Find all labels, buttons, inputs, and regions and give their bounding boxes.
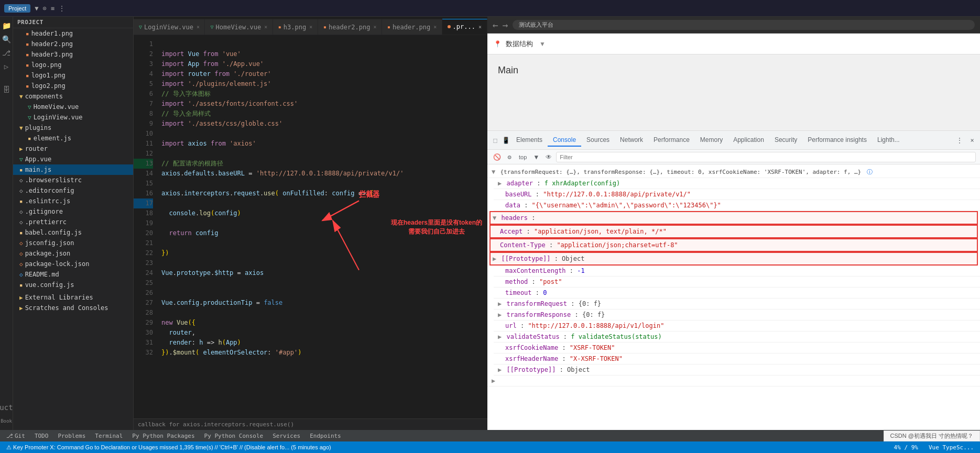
file-loginview-vue[interactable]: ▽ LoginView.vue [13,112,133,123]
tool-git[interactable]: ⎇ Git [4,433,27,439]
file-prettierrc[interactable]: ◇ .prettierrc [13,217,133,227]
file-header3-png[interactable]: ▪ header3.png [13,49,133,60]
tab-memory[interactable]: Memory [695,134,728,147]
console-item-data[interactable]: data : "{\"username\":\"admin\",\"passwo… [494,200,980,211]
expand-icon[interactable]: ▼ [492,168,495,175]
folder-external-libraries[interactable]: ▶ External Libraries [13,292,133,303]
tool-python-console[interactable]: Py Python Console [202,433,266,439]
tab-active[interactable]: .pr... × [442,19,487,35]
expand-icon[interactable]: ▶ [498,311,502,318]
tool-services[interactable]: Services [270,433,302,439]
devtools-more-btn[interactable]: ⋮ [954,135,965,146]
file-gitignore[interactable]: ◇ .gitignore [13,206,133,217]
expand-icon[interactable]: ▶ [498,333,502,340]
tab-header-png[interactable]: ▪ header.png × [382,19,442,35]
file-header2-png[interactable]: ▪ header2.png [13,39,133,49]
close-tab-h3[interactable]: × [309,24,312,30]
tool-terminal[interactable]: Terminal [93,433,125,439]
activity-db[interactable]: 🗄 [1,84,12,95]
file-logo2-png[interactable]: ▪ logo2.png [13,81,133,91]
expand-icon[interactable]: ▶ [498,180,502,187]
console-dropdown-btn[interactable]: ▼ [531,152,541,162]
tab-lighthouse[interactable]: Lighth... [872,134,905,147]
status-progress[interactable]: 4% / 9% [892,444,920,451]
tab-application[interactable]: Application [728,134,769,147]
console-eye-btn[interactable]: 👁 [543,152,554,162]
tab-network[interactable]: Network [615,134,648,147]
console-item-method[interactable]: method : "post" [494,277,980,288]
file-header1-png[interactable]: ▪ header1.png [13,28,133,39]
tab-console[interactable]: Console [548,134,581,147]
console-root-line[interactable]: ▼ {transformRequest: {…}, transformRespo… [487,167,980,178]
forward-icon[interactable]: → [503,19,508,30]
file-element-js[interactable]: ▪ element.js [13,133,133,143]
console-item-url[interactable]: url : "http://127.0.0.1:8888/api/v1/logi… [494,321,980,332]
folder-plugins[interactable]: ▼ plugins [13,123,133,133]
file-package-lock-json[interactable]: ◇ package-lock.json [13,259,133,269]
close-tab-header2[interactable]: × [373,24,376,30]
file-jsconfig-json[interactable]: ◇ jsconfig.json [13,238,133,248]
file-app-vue[interactable]: ▽ App.vue [13,154,133,164]
tab-header2-png[interactable]: ▪ header2.png × [318,19,382,35]
code-editor[interactable]: 1234 5678 9101112 13 141516 17 18192021 … [134,35,487,418]
tab-performance-insights[interactable]: Performance insights [802,134,872,147]
close-tab-loginview[interactable]: × [197,24,200,30]
folder-scratches[interactable]: ▶ Scratches and Consoles [13,303,133,313]
devtools-device-btn[interactable]: 📱 [500,135,511,146]
top-icon-4[interactable]: ⋮ [59,5,65,12]
console-item-accept[interactable]: Accept : "application/json, text/plain, … [489,225,978,238]
file-homeview-vue[interactable]: ▽ HomeView.vue [13,102,133,112]
file-babel-config-js[interactable]: ▪ babel.config.js [13,227,133,238]
code-content[interactable]: import Vue from 'vue' import App from '.… [157,35,487,418]
console-item-xsrf-cookie[interactable]: xsrfCookieName : "XSRF-TOKEN" [494,342,980,353]
tool-python-packages[interactable]: Py Python Packages [130,433,197,439]
expand-icon[interactable]: ▼ [493,214,496,222]
file-browserslistrc[interactable]: ◇ .browserslistrc [13,175,133,185]
console-item-timeout[interactable]: timeout : 0 [494,288,980,299]
console-settings-btn[interactable]: ⚙ [504,152,515,162]
top-icon-2[interactable]: ⊙ [42,5,46,12]
file-logo1-png[interactable]: ▪ logo1.png [13,70,133,81]
devtools-close-btn[interactable]: × [967,135,977,146]
close-tab-header[interactable]: × [433,24,437,30]
file-logo-png[interactable]: ▪ logo.png [13,60,133,70]
file-eslintrc-js[interactable]: ▪ .eslintrc.js [13,196,133,206]
activity-bookmarks[interactable]: Book [1,415,12,427]
folder-components[interactable]: ▼ components [13,91,133,102]
console-item-content-type[interactable]: Content-Type : "application/json;charset… [489,238,978,252]
console-item-transformrequest[interactable]: ▶ transformRequest : {0: f} [494,299,980,310]
devtools-inspect-btn[interactable]: ⬚ [490,135,500,146]
tab-sources[interactable]: Sources [581,134,615,147]
back-icon[interactable]: ← [493,19,498,30]
file-package-json[interactable]: ◇ package.json [13,248,133,259]
console-item-headers[interactable]: ▼ headers : [489,211,978,225]
console-item-validatestatus[interactable]: ▶ validateStatus : f validateStatus(stat… [494,332,980,342]
browser-url-bar[interactable]: 测试嵌入平台 [513,20,975,30]
expand-icon[interactable]: ▶ [498,300,502,307]
tool-problems[interactable]: Problems [56,433,88,439]
top-icon-1[interactable]: ▼ [35,5,38,12]
tool-todo[interactable]: TODO [32,433,51,439]
file-vue-config-js[interactable]: ▪ vue.config.js [13,280,133,290]
tab-h3-png[interactable]: ▪ h3.png × [273,19,318,35]
expand-icon[interactable]: ▶ [498,366,502,373]
file-readme-md[interactable]: ◇ README.md [13,269,133,280]
folder-router[interactable]: ▶ router [13,143,133,154]
project-badge[interactable]: Project [4,4,30,13]
tab-loginview[interactable]: ▽ LoginView.vue × [134,19,205,35]
console-clear-btn[interactable]: 🚫 [492,152,502,162]
tool-endpoints[interactable]: Endpoints [308,433,343,439]
console-item-xsrf-header[interactable]: xsrfHeaderName : "X-XSRF-TOKEN" [494,353,980,364]
bottom-expand-icon[interactable]: ▶ [492,377,495,384]
tab-performance[interactable]: Performance [648,134,695,147]
file-main-js[interactable]: ▪ main.js [13,164,133,175]
status-framework[interactable]: Vue TypeSc... [927,444,976,451]
console-item-baseurl[interactable]: baseURL : "http://127.0.0.1:8888/api/pri… [494,189,980,200]
activity-search[interactable]: 🔍 [1,34,12,45]
console-item-transformresponse[interactable]: ▶ transformResponse : {0: f} [494,310,980,321]
console-item-proto-root[interactable]: ▶ [[Prototype]] : Object [494,364,980,375]
close-tab-homeview[interactable]: × [264,24,267,30]
tab-security[interactable]: Security [769,134,802,147]
tab-homeview[interactable]: ▽ HomeView.vue × [205,19,273,35]
console-item-adapter[interactable]: ▶ adapter : f xhrAdapter(config) [494,178,980,189]
